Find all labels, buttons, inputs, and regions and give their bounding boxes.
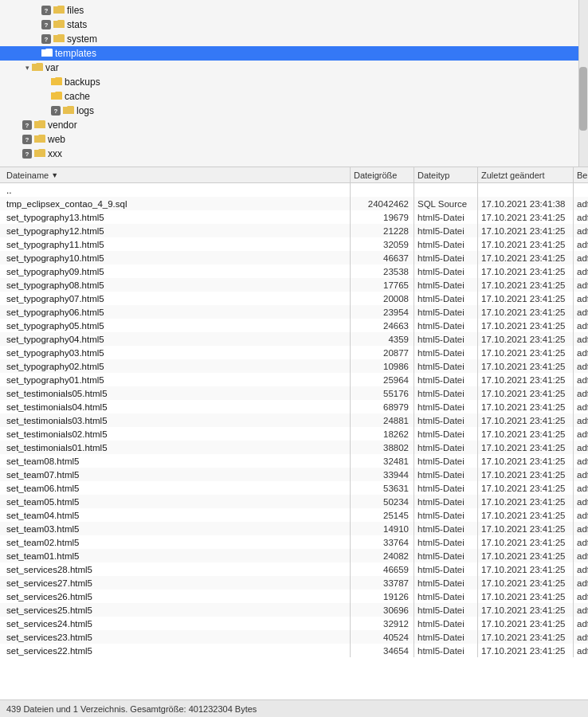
table-row[interactable]: set_testimonials03.html524881html5-Datei… bbox=[0, 413, 588, 427]
table-row[interactable]: set_typography13.html519679html5-Datei17… bbox=[0, 210, 588, 224]
file-size-cell: 19126 bbox=[351, 590, 414, 603]
table-row[interactable]: set_services26.html519126html5-Datei17.1… bbox=[0, 590, 588, 603]
tree-item-xxx[interactable]: ?xxx bbox=[0, 147, 588, 161]
table-row[interactable]: set_typography07.html520008html5-Datei17… bbox=[0, 292, 588, 305]
file-name-cell: .. bbox=[0, 183, 351, 197]
table-row[interactable]: set_team01.html524082html5-Datei17.10.20… bbox=[0, 549, 588, 562]
file-size-cell bbox=[351, 183, 414, 197]
file-name-cell: set_testimonials05.html5 bbox=[0, 386, 351, 400]
tree-item-var[interactable]: ▾var bbox=[0, 61, 588, 75]
file-size-cell: 46637 bbox=[351, 251, 414, 264]
col-header-type[interactable]: Dateityp bbox=[414, 167, 478, 182]
table-row[interactable]: set_testimonials01.html538802html5-Datei… bbox=[0, 441, 588, 454]
file-size-cell: 53631 bbox=[351, 481, 414, 495]
tree-item-system[interactable]: ?system bbox=[0, 32, 588, 46]
file-size-cell: 38802 bbox=[351, 441, 414, 454]
table-row[interactable]: set_typography03.html520877html5-Datei17… bbox=[0, 346, 588, 359]
file-extra-cell: adf bbox=[574, 197, 588, 210]
table-row[interactable]: set_testimonials04.html568979html5-Datei… bbox=[0, 400, 588, 413]
file-date-cell: 17.10.2021 23:41:25 bbox=[478, 495, 574, 508]
col-header-size[interactable]: Dateigröße bbox=[351, 167, 414, 182]
tree-item-stats[interactable]: ?stats bbox=[0, 18, 588, 32]
tree-item-logs[interactable]: ?logs bbox=[0, 104, 588, 118]
file-extra-cell: adf bbox=[574, 590, 588, 603]
file-date-cell: 17.10.2021 23:41:25 bbox=[478, 251, 574, 264]
col-header-date[interactable]: Zuletzt geändert bbox=[478, 167, 574, 182]
file-name-cell: set_services24.html5 bbox=[0, 617, 351, 630]
table-row[interactable]: set_typography09.html523538html5-Datei17… bbox=[0, 264, 588, 278]
table-row[interactable]: set_typography10.html546637html5-Datei17… bbox=[0, 251, 588, 264]
file-extra-cell: adf bbox=[574, 576, 588, 590]
table-row[interactable]: tmp_eclipsex_contao_4_9.sql24042462SQL S… bbox=[0, 197, 588, 210]
file-date-cell bbox=[478, 183, 574, 197]
tree-item-label: cache bbox=[65, 91, 90, 102]
tree-item-templates[interactable]: templates bbox=[0, 46, 588, 61]
table-row[interactable]: set_typography02.html510986html5-Datei17… bbox=[0, 359, 588, 373]
table-row[interactable]: set_team04.html525145html5-Datei17.10.20… bbox=[0, 508, 588, 522]
file-name-cell: set_services22.html5 bbox=[0, 644, 351, 657]
table-row[interactable]: set_typography08.html517765html5-Datei17… bbox=[0, 278, 588, 292]
folder-icon bbox=[34, 120, 45, 131]
tree-item-cache[interactable]: cache bbox=[0, 89, 588, 104]
col-header-extra[interactable]: Ber bbox=[574, 167, 588, 182]
file-extra-cell: adf bbox=[574, 495, 588, 508]
table-row[interactable]: set_team06.html553631html5-Datei17.10.20… bbox=[0, 481, 588, 495]
file-extra-cell: adf bbox=[574, 427, 588, 441]
table-row[interactable]: set_services25.html530696html5-Datei17.1… bbox=[0, 603, 588, 617]
table-row[interactable]: set_typography11.html532059html5-Datei17… bbox=[0, 237, 588, 251]
file-size-cell: 19679 bbox=[351, 210, 414, 224]
tree-item-vendor[interactable]: ?vendor bbox=[0, 118, 588, 132]
file-type-cell: SQL Source bbox=[414, 197, 478, 210]
file-extra-cell bbox=[574, 183, 588, 197]
col-header-name[interactable]: Dateiname ▼ bbox=[0, 167, 351, 182]
file-extra-cell: adf bbox=[574, 468, 588, 481]
tree-item-label: stats bbox=[67, 19, 87, 30]
table-row[interactable]: set_team07.html533944html5-Datei17.10.20… bbox=[0, 468, 588, 481]
file-date-cell: 17.10.2021 23:41:25 bbox=[478, 508, 574, 522]
file-extra-cell: adf bbox=[574, 386, 588, 400]
tree-scrollbar-thumb[interactable] bbox=[579, 67, 587, 131]
file-type-cell: html5-Datei bbox=[414, 332, 478, 346]
tree-scrollbar[interactable] bbox=[578, 0, 588, 167]
expand-arrow[interactable]: ▾ bbox=[22, 64, 32, 72]
file-date-cell: 17.10.2021 23:41:25 bbox=[478, 441, 574, 454]
table-row[interactable]: set_typography12.html521228html5-Datei17… bbox=[0, 224, 588, 237]
file-extra-cell: adf bbox=[574, 454, 588, 468]
table-row[interactable]: set_typography06.html523954html5-Datei17… bbox=[0, 305, 588, 319]
file-extra-cell: adf bbox=[574, 535, 588, 549]
file-date-cell: 17.10.2021 23:41:25 bbox=[478, 305, 574, 319]
file-name-cell: set_typography13.html5 bbox=[0, 210, 351, 224]
table-row[interactable]: set_testimonials02.html518262html5-Datei… bbox=[0, 427, 588, 441]
file-date-cell: 17.10.2021 23:41:25 bbox=[478, 400, 574, 413]
file-type-cell: html5-Datei bbox=[414, 495, 478, 508]
table-row[interactable]: set_services23.html540524html5-Datei17.1… bbox=[0, 630, 588, 644]
file-size-cell: 32059 bbox=[351, 237, 414, 251]
table-row[interactable]: set_services22.html534654html5-Datei17.1… bbox=[0, 644, 588, 657]
table-row[interactable]: set_typography04.html54359html5-Datei17.… bbox=[0, 332, 588, 346]
file-date-cell: 17.10.2021 23:41:25 bbox=[478, 386, 574, 400]
file-type-cell: html5-Datei bbox=[414, 562, 478, 576]
tree-item-web[interactable]: ?web bbox=[0, 132, 588, 147]
file-type-cell: html5-Datei bbox=[414, 359, 478, 373]
table-row[interactable]: set_typography05.html524663html5-Datei17… bbox=[0, 319, 588, 332]
table-row[interactable]: set_typography01.html525964html5-Datei17… bbox=[0, 373, 588, 386]
file-date-cell: 17.10.2021 23:41:25 bbox=[478, 522, 574, 535]
table-row[interactable]: set_team02.html533764html5-Datei17.10.20… bbox=[0, 535, 588, 549]
file-name-cell: set_typography10.html5 bbox=[0, 251, 351, 264]
table-row[interactable]: set_services24.html532912html5-Datei17.1… bbox=[0, 617, 588, 630]
file-name-cell: set_services23.html5 bbox=[0, 630, 351, 644]
table-row[interactable]: set_team03.html514910html5-Datei17.10.20… bbox=[0, 522, 588, 535]
file-name-cell: set_team06.html5 bbox=[0, 481, 351, 495]
file-list-body[interactable]: ..tmp_eclipsex_contao_4_9.sql24042462SQL… bbox=[0, 183, 588, 699]
table-row[interactable]: .. bbox=[0, 183, 588, 197]
table-row[interactable]: set_testimonials05.html555176html5-Datei… bbox=[0, 386, 588, 400]
tree-item-files[interactable]: ?files bbox=[0, 3, 588, 18]
file-name-cell: set_typography04.html5 bbox=[0, 332, 351, 346]
table-row[interactable]: set_services27.html533787html5-Datei17.1… bbox=[0, 576, 588, 590]
table-row[interactable]: set_services28.html546659html5-Datei17.1… bbox=[0, 562, 588, 576]
file-extra-cell: adf bbox=[574, 562, 588, 576]
table-row[interactable]: set_team08.html532481html5-Datei17.10.20… bbox=[0, 454, 588, 468]
table-row[interactable]: set_team05.html550234html5-Datei17.10.20… bbox=[0, 495, 588, 508]
file-name-cell: tmp_eclipsex_contao_4_9.sql bbox=[0, 197, 351, 210]
tree-item-backups[interactable]: backups bbox=[0, 75, 588, 89]
